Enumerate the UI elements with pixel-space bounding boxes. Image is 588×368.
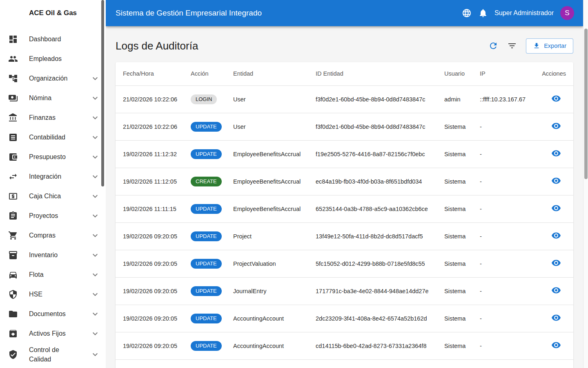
export-button[interactable]: Exportar [526,38,573,54]
cell-actions [534,168,573,195]
view-details-button[interactable] [551,148,561,158]
cell-user: admin [438,85,473,113]
content-area: Logs de Auditoría Exportar [106,26,583,368]
swap-arrows-icon [8,172,18,182]
sidebar-item-inventario[interactable]: Inventario [0,245,106,265]
cell-actions [534,222,573,250]
chevron-down-icon [90,289,100,299]
dashboard-icon [8,34,18,44]
action-chip: UPDATE [191,314,222,323]
cell-user: Sistema [438,250,473,277]
view-details-button[interactable] [551,258,561,268]
cell-action: UPDATE [184,113,227,140]
sidebar-item-hse[interactable]: HSE [0,285,106,304]
table-row: 19/02/2026 09:20:05 UPDATE Project 13f49… [116,222,573,250]
column-header-2: Entidad [227,62,309,85]
cell-ip: - [473,140,534,168]
refresh-icon [488,41,498,51]
sidebar-item-flota[interactable]: Flota [0,265,106,285]
sidebar-item-integracion[interactable]: Integración [0,167,106,186]
sidebar-item-organizacion[interactable]: Organización [0,69,106,88]
cell-actions [534,140,573,168]
sidebar-item-compras[interactable]: Compras [0,226,106,245]
action-chip: UPDATE [191,341,222,351]
car-icon [8,270,18,280]
main-column: Sistema de Gestión Empresarial Integrado… [106,0,583,368]
refresh-button[interactable] [485,38,501,54]
view-details-button[interactable] [551,285,561,295]
sidebar-item-control-de-calidad[interactable]: Control de Calidad [0,343,106,366]
cell-entity: AccountingAccount [227,305,309,332]
table-row: 21/02/2026 10:22:06 UPDATE User f3f0d2e1… [116,113,573,140]
cell-user: Sistema [438,332,473,359]
view-details-button[interactable] [551,231,561,240]
cell-datetime: 19/02/2026 09:20:05 [116,250,184,277]
cell-ip: - [473,250,534,277]
sidebar-scrollbar-thumb[interactable] [101,0,104,186]
eye-icon [551,340,561,350]
cell-ip: - [473,222,534,250]
sidebar-item-contabilidad[interactable]: Contabilidad [0,128,106,147]
chevron-down-icon [90,191,100,201]
sidebar-item-label: Caja Chica [29,191,82,201]
shield-check-icon [8,350,18,359]
page-scrollbar[interactable] [583,0,588,368]
chevron-down-icon [90,231,100,240]
action-chip: UPDATE [191,286,222,296]
view-details-button[interactable] [551,313,561,323]
chevron-down-icon [90,350,100,359]
cell-user: Sistema [438,140,473,168]
sidebar-item-nomina[interactable]: Nómina [0,88,106,108]
chevron-down-icon [90,132,100,142]
table-header-row: Fecha/HoraAcciónEntidadID EntidadUsuario… [116,62,573,85]
view-details-button[interactable] [551,121,561,131]
cell-ip: - [473,195,534,222]
sidebar-item-presupuesto[interactable]: Presupuesto [0,147,106,167]
cell-action: UPDATE [184,305,227,332]
bank-icon [8,113,18,123]
cell-ip: - [473,305,534,332]
avatar[interactable]: S [560,6,574,20]
sidebar-item-finanzas[interactable]: Finanzas [0,108,106,128]
sidebar: ACE Oil & Gas Dashboard Empleados Organi… [0,0,106,368]
cell-entity-id: f3f0d2e1-60bd-45be-8b94-0d8d7483847c [309,85,438,113]
cell-actions [534,113,573,140]
view-details-button[interactable] [551,203,561,213]
cell-entity: EmployeeBenefitsAccrual [227,140,309,168]
table-row: 19/02/2026 09:20:05 UPDATE AccountingAcc… [116,332,573,359]
eye-icon [551,313,561,323]
audit-log-card: Fecha/HoraAcciónEntidadID EntidadUsuario… [116,62,573,368]
sidebar-item-activos-fijos[interactable]: Activos Fijos [0,324,106,343]
language-button[interactable] [459,5,475,21]
action-chip: UPDATE [191,122,222,132]
view-details-button[interactable] [551,176,561,186]
folder-icon [8,309,18,319]
sidebar-item-proyectos[interactable]: Proyectos [0,206,106,226]
view-details-button[interactable] [551,340,561,350]
eye-icon [551,176,561,186]
action-chip: UPDATE [191,231,222,241]
notifications-button[interactable] [475,5,491,21]
page-header: Logs de Auditoría Exportar [116,38,573,54]
sidebar-item-dashboard[interactable]: Dashboard [0,29,106,49]
clipboard-icon [8,211,18,221]
sidebar-item-caja-chica[interactable]: Caja Chica [0,186,106,206]
cell-entity: EmployeeBenefitsAccrual [227,195,309,222]
cell-user: Sistema [438,305,473,332]
table-row: 19/02/2026 09:20:05 UPDATE AccountingAcc… [116,305,573,332]
view-details-button[interactable] [551,94,561,103]
eye-icon [551,203,561,213]
sidebar-item-documentos[interactable]: Documentos [0,304,106,324]
cell-action: UPDATE [184,222,227,250]
table-row: 19/02/2026 11:11:15 UPDATE EmployeeBenef… [116,195,573,222]
audit-log-table: Fecha/HoraAcciónEntidadID EntidadUsuario… [116,62,573,360]
chevron-down-icon [90,250,100,260]
page-scrollbar-thumb[interactable] [584,29,588,179]
cell-datetime: 19/02/2026 11:12:05 [116,168,184,195]
filter-button[interactable] [504,38,520,54]
cell-entity-id: f3f0d2e1-60bd-45be-8b94-0d8d7483847c [309,113,438,140]
sidebar-item-empleados[interactable]: Empleados [0,49,106,69]
cell-ip: ::ffff:10.23.167.67 [473,85,534,113]
cart-icon [8,231,18,240]
sidebar-item-label: Inventario [29,250,82,260]
